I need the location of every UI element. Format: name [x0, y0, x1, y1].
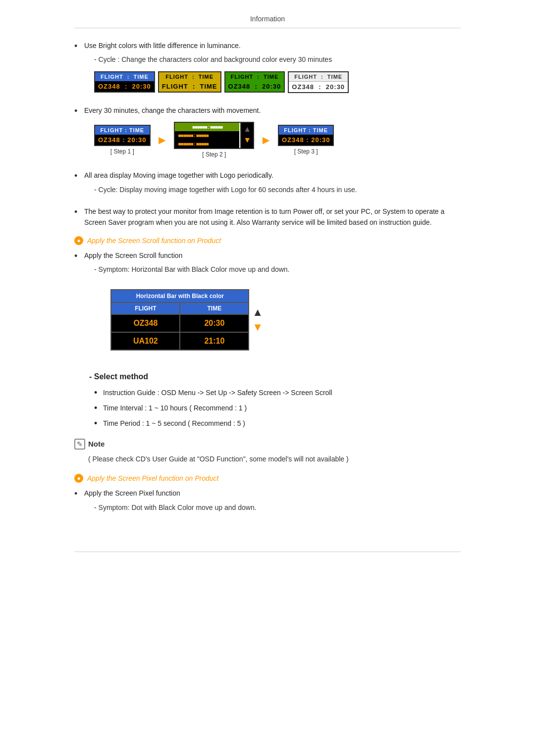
arrow-up-icon: ▲	[243, 125, 251, 134]
flight-box-4: FLIGHT : TIME OZ348 : 20:30	[288, 71, 349, 93]
apply-pixel-sub: - Symptom: Dot with Black Color move up …	[94, 502, 257, 513]
step-demo-row: FLIGHT : TIME OZ348 : 20:30 [ Step 1 ] ►…	[94, 122, 334, 158]
bullet-dot-3: •	[74, 170, 84, 182]
apply-pixel-title: Apply the Screen Pixel function on Produ…	[87, 474, 218, 482]
step1-box: FLIGHT : TIME OZ348 : 20:30	[94, 125, 151, 146]
arrow-down-icon: ▼	[243, 136, 251, 145]
apply-pixel-bullet-text: Apply the Screen Pixel function	[84, 488, 257, 499]
step2-body1: ■■■■■■ : ■■■■■	[175, 131, 239, 140]
flight-box-3-body: OZ348 : 20:30	[225, 81, 284, 92]
arrow-right-2: ►	[260, 133, 272, 147]
arrow-right-1: ►	[157, 133, 168, 147]
hb-header-row: FLIGHT TIME	[111, 303, 248, 315]
note-box: ✎ Note ( Please check CD's User Guide at…	[74, 439, 461, 465]
hb-col1-header: FLIGHT	[111, 303, 180, 314]
bullet-dot-2: •	[74, 105, 84, 117]
apply-pixel-header: ● Apply the Screen Pixel function on Pro…	[74, 474, 461, 483]
flight-box-4-header: FLIGHT : TIME	[289, 72, 348, 82]
bullet-dot-4: •	[74, 206, 84, 218]
page-header: Information	[74, 15, 461, 28]
note-label: Note	[88, 440, 105, 448]
cycle-demo-row: FLIGHT : TIME OZ348 : 20:30 FLIGHT : TIM…	[94, 71, 349, 93]
page-footer	[74, 552, 461, 557]
step3-box: FLIGHT : TIME OZ348 : 20:30	[278, 125, 334, 146]
page-wrapper: Information • Use Bright colors with lit…	[45, 0, 490, 587]
section-content: • Use Bright colors with little differen…	[74, 40, 461, 532]
step3-container: FLIGHT : TIME OZ348 : 20:30 [ Step 3 ]	[278, 125, 334, 155]
step2-container: ■■■■■■ : ■■■■■ ■■■■■■ : ■■■■■ ■■■■■■ : ■…	[174, 122, 254, 158]
hb-right-arrows: ▲ ▼	[249, 306, 263, 334]
step1-body: OZ348 : 20:30	[95, 135, 150, 145]
step1-header: FLIGHT : TIME	[95, 126, 150, 135]
hb-row1-col1: OZ348	[111, 315, 180, 332]
sub-item-3: - Cycle: Display moving image together w…	[94, 184, 357, 195]
apply-scroll-title: Apply the Screen Scroll function on Prod…	[87, 237, 221, 245]
bullet-dot-1: •	[74, 40, 84, 52]
sm-bullet-1: • Instruction Guide : OSD Menu -> Set Up…	[94, 387, 461, 399]
hb-row2-col2: 21:10	[180, 333, 248, 350]
sm-bullet-2: • Time Interval : 1 ~ 10 hours ( Recomme…	[94, 403, 461, 414]
flight-box-3-header: FLIGHT : TIME	[225, 72, 284, 81]
flight-box-2-header: FLIGHT : TIME	[159, 72, 220, 81]
apply-scroll-header: ● Apply the Screen Scroll function on Pr…	[74, 236, 461, 245]
sm-text-3: Time Period : 1 ~ 5 second ( Recommend :…	[103, 418, 245, 429]
note-content: ( Please check CD's User Guide at "OSD F…	[88, 454, 461, 465]
sm-dot-1: •	[94, 387, 103, 399]
step3-label: [ Step 3 ]	[278, 148, 334, 155]
sm-dot-2: •	[94, 403, 103, 414]
note-header: ✎ Note	[74, 439, 461, 450]
step1-container: FLIGHT : TIME OZ348 : 20:30 [ Step 1 ]	[94, 125, 151, 155]
step2-box-wrapper: ■■■■■■ : ■■■■■ ■■■■■■ : ■■■■■ ■■■■■■ : ■…	[174, 122, 254, 149]
apply-scroll-bullet-text: Apply the Screen Scroll function	[84, 250, 290, 261]
step1-label: [ Step 1 ]	[94, 148, 151, 155]
sm-text-1: Instruction Guide : OSD Menu -> Set Up -…	[103, 387, 332, 398]
apply-pixel-dot: •	[74, 488, 84, 500]
sm-text-2: Time Interval : 1 ~ 10 hours ( Recommend…	[103, 403, 247, 413]
flight-box-1-header: FLIGHT : TIME	[95, 72, 154, 81]
step3-header: FLIGHT : TIME	[279, 126, 333, 135]
bullet-item-2: • Every 30 minutes, change the character…	[74, 105, 461, 164]
hb-col2-header: TIME	[180, 303, 248, 314]
step2-side-arrows: ▲ ▼	[240, 123, 253, 148]
apply-pixel-bullet-item: • Apply the Screen Pixel function - Symp…	[74, 488, 461, 518]
hb-row-1: OZ348 20:30	[111, 315, 248, 333]
hb-row2-col1: UA102	[111, 333, 180, 350]
hb-title: Horizontal Bar with Black color	[111, 290, 248, 303]
hb-arrow-down: ▼	[252, 321, 263, 334]
flight-box-1-body: OZ348 : 20:30	[95, 81, 154, 92]
bullet-item-4: • The best way to protect your monitor f…	[74, 206, 461, 228]
sm-bullet-3: • Time Period : 1 ~ 5 second ( Recommend…	[94, 418, 461, 429]
bullet-text-1: Use Bright colors with little difference…	[84, 40, 349, 51]
sub-item-1: - Cycle : Change the characters color an…	[94, 54, 349, 65]
flight-box-2-body: FLIGHT : TIME	[159, 81, 220, 92]
hb-demo-wrapper: Horizontal Bar with Black color FLIGHT T…	[84, 282, 290, 357]
step2-header: ■■■■■■ : ■■■■■	[175, 123, 239, 131]
apply-pixel-icon: ●	[74, 474, 83, 483]
bullet-text-3: All area display Moving image together w…	[84, 170, 357, 181]
note-icon: ✎	[74, 439, 85, 450]
apply-scroll-bullet-item: • Apply the Screen Scroll function - Sym…	[74, 250, 461, 364]
flight-box-3: FLIGHT : TIME OZ348 : 20:30	[224, 71, 285, 93]
step3-body: OZ348 : 20:30	[279, 135, 333, 145]
bullet-text-4: The best way to protect your monitor fro…	[84, 206, 461, 228]
flight-box-1: FLIGHT : TIME OZ348 : 20:30	[94, 71, 155, 93]
flight-box-4-body: OZ348 : 20:30	[289, 82, 348, 92]
hb-row1-col2: 20:30	[180, 315, 248, 332]
select-method-title: - Select method	[89, 372, 461, 381]
page-title: Information	[250, 15, 285, 23]
step2-box: ■■■■■■ : ■■■■■ ■■■■■■ : ■■■■■ ■■■■■■ : ■…	[175, 123, 239, 148]
bullet-item-3: • All area display Moving image together…	[74, 170, 461, 200]
apply-scroll-sub: - Symptom: Horizontal Bar with Black Col…	[94, 264, 290, 275]
bullet-text-2: Every 30 minutes, change the characters …	[84, 105, 334, 116]
apply-scroll-icon: ●	[74, 236, 83, 245]
horiz-bar-demo: Horizontal Bar with Black color FLIGHT T…	[110, 289, 249, 351]
hb-demo-flex: Horizontal Bar with Black color FLIGHT T…	[110, 282, 263, 357]
bullet-item-1: • Use Bright colors with little differen…	[74, 40, 461, 99]
hb-row-2: UA102 21:10	[111, 333, 248, 350]
sm-dot-3: •	[94, 418, 103, 429]
select-method-section: - Select method • Instruction Guide : OS…	[89, 372, 461, 430]
hb-arrow-up: ▲	[252, 306, 263, 319]
step2-label: [ Step 2 ]	[174, 151, 254, 158]
step2-body2: ■■■■■■ : ■■■■■	[175, 140, 239, 148]
flight-box-2: FLIGHT : TIME FLIGHT : TIME	[158, 71, 221, 93]
